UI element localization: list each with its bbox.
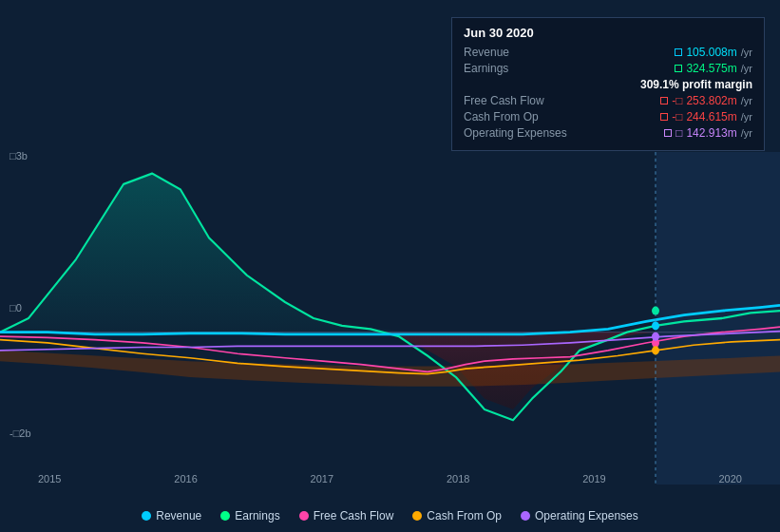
x-label-2020: 2020: [718, 473, 741, 484]
tooltip-fcf-value: -□253.802m /yr: [660, 94, 752, 107]
legend-dot-revenue: [142, 511, 151, 521]
tooltip-revenue-row: Revenue 105.008m /yr: [464, 46, 752, 59]
legend-label-fcf: Free Cash Flow: [314, 509, 394, 522]
legend-label-opex: Operating Expenses: [535, 509, 638, 522]
x-label-2016: 2016: [174, 473, 197, 484]
tooltip-revenue-value: 105.008m /yr: [675, 46, 752, 59]
x-label-2018: 2018: [447, 473, 469, 484]
tooltip-cashop-row: Cash From Op -□244.615m /yr: [464, 110, 752, 124]
x-label-2015: 2015: [38, 473, 61, 484]
x-label-2019: 2019: [582, 473, 605, 484]
tooltip-revenue-label: Revenue: [464, 46, 509, 59]
opex-swatch: [664, 129, 672, 137]
svg-point-5: [652, 346, 659, 354]
tooltip-opex-label: Operating Expenses: [464, 126, 567, 140]
tooltip-earnings-label: Earnings: [464, 62, 508, 75]
tooltip-cashop-value: -□244.615m /yr: [660, 110, 752, 124]
x-axis: 2015 2016 2017 2018 2019 2020: [38, 473, 742, 484]
legend-item-revenue[interactable]: Revenue: [142, 509, 201, 522]
earnings-swatch: [675, 65, 682, 72]
legend-item-opex[interactable]: Operating Expenses: [521, 509, 638, 522]
cashop-swatch: [660, 113, 668, 121]
svg-point-6: [652, 332, 659, 341]
revenue-swatch: [675, 48, 682, 56]
x-label-2017: 2017: [311, 473, 333, 484]
legend-dot-opex: [521, 511, 530, 521]
tooltip-date: Jun 30 2020: [464, 26, 752, 40]
tooltip: Jun 30 2020 Revenue 105.008m /yr Earning…: [451, 17, 765, 151]
legend-dot-fcf: [299, 511, 309, 521]
chart-svg: [0, 152, 780, 484]
legend-dot-cashop: [412, 511, 422, 521]
legend-label-revenue: Revenue: [156, 509, 201, 522]
tooltip-opex-value: □142.913m /yr: [664, 126, 752, 140]
legend-item-earnings[interactable]: Earnings: [220, 509, 279, 522]
tooltip-fcf-label: Free Cash Flow: [464, 94, 544, 107]
fcf-swatch: [660, 97, 668, 104]
tooltip-opex-row: Operating Expenses □142.913m /yr: [464, 126, 752, 140]
chart-area: [0, 152, 780, 484]
tooltip-fcf-row: Free Cash Flow -□253.802m /yr: [464, 94, 752, 107]
legend-item-cashop[interactable]: Cash From Op: [412, 509, 502, 522]
tooltip-earnings-value: 324.575m /yr: [675, 62, 752, 75]
svg-point-2: [652, 321, 659, 330]
legend: Revenue Earnings Free Cash Flow Cash Fro…: [0, 509, 780, 522]
legend-label-cashop: Cash From Op: [427, 509, 502, 522]
tooltip-profit-margin: 309.1% profit margin: [464, 78, 752, 91]
legend-dot-earnings: [220, 511, 230, 521]
legend-item-fcf[interactable]: Free Cash Flow: [299, 509, 394, 522]
legend-label-earnings: Earnings: [235, 509, 279, 522]
tooltip-earnings-row: Earnings 324.575m /yr: [464, 62, 752, 75]
tooltip-cashop-label: Cash From Op: [464, 110, 539, 124]
svg-point-3: [652, 307, 659, 315]
